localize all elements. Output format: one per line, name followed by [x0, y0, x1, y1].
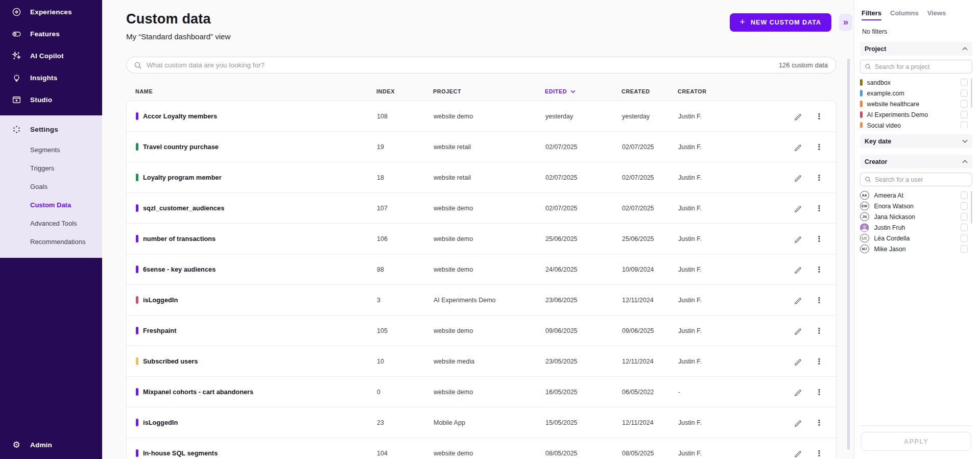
table-row[interactable]: number of transactions 106 website demo … — [127, 224, 836, 254]
creator-checkbox[interactable] — [961, 202, 968, 210]
edit-pencil-icon[interactable] — [792, 325, 803, 336]
key-date-section-header[interactable]: Key date — [860, 134, 972, 148]
column-header-name[interactable]: NAME — [126, 88, 376, 94]
kebab-menu-icon[interactable]: ⋮ — [814, 325, 825, 336]
tab-filters[interactable]: Filters — [862, 9, 881, 20]
project-list-scrollbar[interactable] — [971, 78, 973, 108]
sidebar-item-ai-copilot[interactable]: AI Copilot — [0, 45, 102, 67]
edit-pencil-icon[interactable] — [792, 264, 803, 275]
kebab-menu-icon[interactable]: ⋮ — [814, 448, 825, 459]
search-input[interactable] — [147, 61, 779, 69]
project-list-item[interactable]: sandbox — [860, 77, 972, 88]
table-row[interactable]: 6sense - key audiences 88 website demo 2… — [127, 254, 836, 285]
table-row[interactable]: Freshpaint 105 website demo 09/06/2025 0… — [127, 316, 836, 346]
project-checkbox[interactable] — [961, 111, 968, 118]
project-checkbox[interactable] — [961, 100, 968, 108]
row-creator: Justin F. — [678, 235, 739, 243]
sidebar-item-advanced-tools[interactable]: Advanced Tools — [0, 214, 102, 232]
creator-list-item[interactable]: MJ Mike Jason — [860, 244, 972, 254]
table-row[interactable]: Travel country purchase 19 website retai… — [127, 132, 836, 162]
tab-columns[interactable]: Columns — [890, 9, 919, 20]
kebab-menu-icon[interactable]: ⋮ — [814, 356, 825, 367]
project-checkbox[interactable] — [961, 122, 968, 128]
edit-pencil-icon[interactable] — [792, 111, 803, 122]
edit-pencil-icon[interactable] — [792, 203, 803, 214]
sidebar-item-admin[interactable]: ⚙ Admin — [0, 434, 102, 456]
tab-views[interactable]: Views — [927, 9, 946, 20]
edit-pencil-icon[interactable] — [792, 172, 803, 183]
kebab-menu-icon[interactable]: ⋮ — [814, 417, 825, 428]
sidebar-item-segments[interactable]: Segments — [0, 140, 102, 159]
table-row[interactable]: In-house SQL segments 104 website demo 0… — [127, 438, 836, 459]
row-index: 10 — [377, 358, 434, 365]
row-creator: - — [678, 389, 739, 396]
table-row[interactable]: Mixpanel cohorts - cart abandoners 0 web… — [127, 377, 836, 407]
sidebar-item-custom-data[interactable]: Custom Data — [0, 196, 102, 214]
edit-pencil-icon[interactable] — [792, 356, 803, 367]
creator-list-item[interactable]: EW Enora Watson — [860, 201, 972, 211]
row-edited: yesterday — [545, 113, 622, 120]
table-row[interactable]: isLoggedIn 23 Mobile App 15/05/2025 12/1… — [127, 407, 836, 438]
kebab-menu-icon[interactable]: ⋮ — [814, 172, 825, 183]
kebab-menu-icon[interactable]: ⋮ — [814, 203, 825, 214]
row-color-pill — [136, 204, 138, 212]
creator-checkbox[interactable] — [961, 245, 968, 253]
table-row[interactable]: Accor Loyalty members 108 website demo y… — [127, 101, 836, 132]
new-custom-data-button[interactable]: + NEW CUSTOM DATA — [730, 13, 831, 32]
sidebar-item-settings[interactable]: Settings — [0, 118, 102, 140]
project-search-input[interactable] — [875, 63, 968, 70]
avatar: EW — [860, 202, 869, 211]
sidebar-item-triggers[interactable]: Triggers — [0, 159, 102, 177]
creator-list-item[interactable]: Justin Fruh — [860, 222, 972, 233]
row-created: yesterday — [622, 113, 678, 120]
creator-list-item[interactable]: JN Jana Nickason — [860, 211, 972, 222]
creator-checkbox[interactable] — [961, 224, 968, 231]
project-section-header[interactable]: Project — [860, 42, 972, 56]
sidebar-item-studio[interactable]: Studio — [0, 89, 102, 111]
project-checkbox[interactable] — [961, 89, 968, 97]
kebab-menu-icon[interactable]: ⋮ — [814, 264, 825, 275]
column-header-project[interactable]: PROJECT — [433, 88, 545, 94]
sidebar-item-experiences[interactable]: Experiences — [0, 1, 102, 23]
table-row[interactable]: Subscribed users 10 website media 23/05/… — [127, 346, 836, 377]
table-row[interactable]: sqzl_customer_audiences 107 website demo… — [127, 193, 836, 224]
project-list-item[interactable]: AI Experiments Demo — [860, 109, 972, 120]
main-scrollbar[interactable] — [847, 59, 850, 450]
edit-pencil-icon[interactable] — [792, 417, 803, 428]
edit-pencil-icon[interactable] — [792, 233, 803, 245]
creator-list-scrollbar[interactable] — [971, 191, 973, 224]
project-list-item[interactable]: example.com — [860, 88, 972, 99]
sidebar-item-insights[interactable]: Insights — [0, 67, 102, 89]
kebab-menu-icon[interactable]: ⋮ — [814, 386, 825, 398]
project-list-item[interactable]: website healthcare — [860, 99, 972, 109]
project-checkbox[interactable] — [961, 79, 968, 86]
creator-checkbox[interactable] — [961, 234, 968, 242]
edit-pencil-icon[interactable] — [792, 386, 803, 398]
creator-search-input[interactable] — [875, 176, 968, 183]
creator-checkbox[interactable] — [961, 191, 968, 199]
apply-button[interactable]: APPLY — [861, 432, 971, 451]
column-header-created[interactable]: CREATED — [622, 88, 678, 94]
sidebar-item-goals[interactable]: Goals — [0, 177, 102, 196]
edit-pencil-icon[interactable] — [792, 141, 803, 153]
table-row[interactable]: Loyalty program member 18 website retail… — [127, 162, 836, 193]
collapse-panel-button[interactable]: » — [839, 14, 852, 31]
column-header-index[interactable]: INDEX — [376, 88, 433, 94]
kebab-menu-icon[interactable]: ⋮ — [814, 141, 825, 153]
project-list-item[interactable]: Social video — [860, 120, 972, 128]
edit-pencil-icon[interactable] — [792, 448, 803, 459]
kebab-menu-icon[interactable]: ⋮ — [814, 295, 825, 306]
creator-checkbox[interactable] — [961, 213, 968, 221]
creator-section-header[interactable]: Creator — [860, 155, 972, 168]
kebab-menu-icon[interactable]: ⋮ — [814, 111, 825, 122]
creator-list-item[interactable]: AA Ameera At — [860, 190, 972, 201]
sidebar-item-recommendations[interactable]: Recommendations — [0, 232, 102, 251]
column-header-creator[interactable]: CREATOR — [678, 88, 739, 94]
row-color-pill — [136, 388, 138, 396]
kebab-menu-icon[interactable]: ⋮ — [814, 233, 825, 245]
sidebar-item-features[interactable]: Features — [0, 23, 102, 45]
creator-list-item[interactable]: LC Léa Cordella — [860, 233, 972, 244]
table-row[interactable]: isLoggedIn 3 AI Experiments Demo 23/06/2… — [127, 285, 836, 316]
column-header-edited[interactable]: EDITED — [545, 88, 622, 94]
edit-pencil-icon[interactable] — [792, 295, 803, 306]
